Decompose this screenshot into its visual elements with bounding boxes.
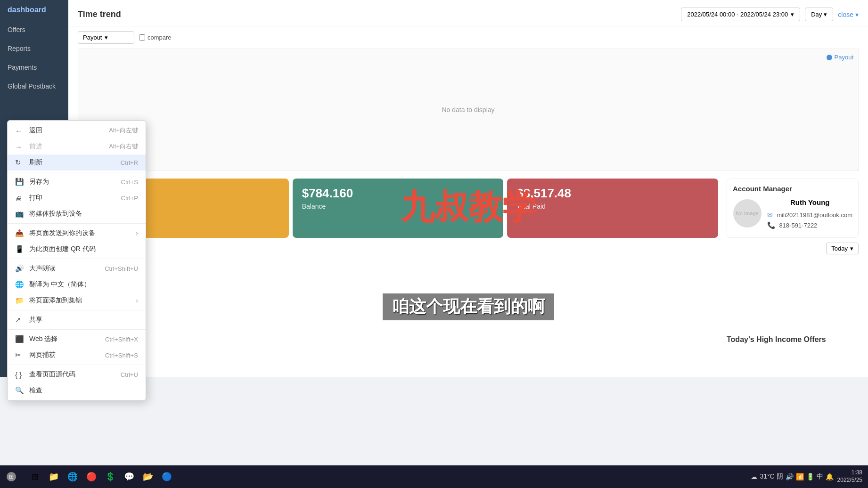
payout-legend-label: Payout (835, 54, 853, 61)
context-menu-item-translate[interactable]: 🌐翻译为 中文（简体） (8, 277, 146, 293)
context-menu-item-webselect[interactable]: ⬛Web 选择Ctrl+Shift+X (8, 331, 146, 347)
saveas-shortcut: Ctrl+S (121, 179, 138, 186)
sendpage-arrow: › (136, 229, 138, 237)
sidebar-item-offers[interactable]: Offers (0, 20, 68, 39)
taskbar-app-2[interactable]: 🌐 (64, 468, 81, 485)
close-label: close (838, 11, 853, 18)
refresh-icon: ↻ (15, 158, 25, 167)
sidebar-item-payments[interactable]: Payments (0, 58, 68, 77)
stat-balance-value: $784.160 (302, 186, 494, 201)
context-menu-item-share[interactable]: ↗共享 (8, 312, 146, 328)
granularity-selector[interactable]: Day (805, 8, 833, 21)
time-trend-header: Time trend 2022/05/24 00:00 - 2022/05/24… (68, 0, 868, 26)
promo-header: on Stastics Today (78, 243, 859, 254)
sendpage-icon: 📤 (15, 229, 25, 237)
stat-card-balance: $784.160 Balance (293, 179, 504, 238)
print-shortcut: Ctrl+P (121, 195, 138, 202)
taskbar-app-5[interactable]: 💬 (121, 468, 138, 485)
saveas-label: 另存为 (29, 178, 112, 186)
taskbar-app-4[interactable]: 💲 (102, 468, 119, 485)
offers-title: Today's High Income Offers (727, 335, 859, 344)
viewsource-label: 查看页面源代码 (29, 370, 111, 379)
close-button[interactable]: close ▾ (838, 11, 859, 18)
compare-checkbox[interactable] (139, 34, 145, 41)
no-data-text: No data to display (442, 106, 494, 114)
metric-value: Payout (83, 34, 102, 41)
context-menu-item-back[interactable]: ←返回Alt+向左键 (8, 122, 146, 138)
context-menu-separator (8, 310, 146, 310)
metric-dropdown[interactable]: Payout (78, 31, 134, 44)
forward-label: 前进 (29, 142, 99, 151)
sidebar-item-global-postback[interactable]: Global Postback (0, 77, 68, 96)
taskbar-app-1[interactable]: 📁 (45, 468, 62, 485)
share-icon: ↗ (15, 316, 25, 324)
back-label: 返回 (29, 126, 99, 135)
taskbar-app-3[interactable]: 🔴 (83, 468, 100, 485)
promo-section: on Stastics Today (78, 243, 859, 254)
context-menu-item-readaloud[interactable]: 🔊大声朗读Ctrl+Shift+U (8, 260, 146, 277)
account-manager-phone: 📞 818-591-7222 (767, 221, 852, 229)
context-menu-item-inspect[interactable]: 🔍检查 (8, 382, 146, 399)
stats-row: $0.000 Today $784.160 Balance $8,517.48 … (78, 179, 859, 238)
metric-chevron (105, 34, 108, 41)
taskbar-app-7[interactable]: 🔵 (158, 468, 175, 485)
context-menu-item-qrcode[interactable]: 📱为此页面创建 QR 代码 (8, 241, 146, 257)
context-menu: ←返回Alt+向左键→前进Alt+向右键↻刷新Ctrl+R💾另存为Ctrl+S🖨… (7, 120, 146, 401)
email-icon: ✉ (767, 211, 773, 219)
context-menu-item-sendpage[interactable]: 📤将页面发送到你的设备› (8, 225, 146, 241)
date-range-chevron (791, 11, 794, 18)
context-menu-item-refresh[interactable]: ↻刷新Ctrl+R (8, 155, 146, 171)
context-menu-item-forward: →前进Alt+向右键 (8, 138, 146, 155)
taskbar-system-icons: ☁ 31°C 阴 🔊 📶 🔋 中 🔔 (751, 472, 833, 481)
account-manager-panel: Account Manager No Image Ruth Young ✉ mi… (727, 179, 859, 238)
webselect-icon: ⬛ (15, 335, 25, 343)
back-shortcut: Alt+向左键 (109, 126, 138, 135)
webcapture-icon: ✂ (15, 351, 25, 359)
main-content: Time trend 2022/05/24 00:00 - 2022/05/24… (68, 0, 868, 377)
context-menu-item-webcapture[interactable]: ✂网页捕获Ctrl+Shift+S (8, 347, 146, 363)
context-menu-item-print[interactable]: 🖨打印Ctrl+P (8, 190, 146, 206)
viewsource-icon: { } (15, 371, 25, 379)
context-menu-separator (8, 259, 146, 259)
context-menu-item-saveas[interactable]: 💾另存为Ctrl+S (8, 174, 146, 190)
date-range-value: 2022/05/24 00:00 - 2022/05/24 23:00 (687, 11, 788, 18)
context-menu-item-viewsource[interactable]: { }查看页面源代码Ctrl+U (8, 366, 146, 382)
taskbar-app-0[interactable]: ⊞ (26, 468, 43, 485)
translate-label: 翻译为 中文（简体） (29, 280, 138, 289)
context-menu-item-cast[interactable]: 📺将媒体投放到设备 (8, 206, 146, 222)
granularity-chevron (824, 11, 827, 18)
weather-icon: ☁ (751, 473, 757, 480)
taskbar-app-6[interactable]: 📂 (139, 468, 156, 485)
qrcode-label: 为此页面创建 QR 代码 (29, 245, 138, 253)
header-controls: 2022/05/24 00:00 - 2022/05/24 23:00 Day … (681, 8, 859, 21)
stat-totalpaid-label: Total Paid (516, 203, 709, 210)
promo-period-dropdown[interactable]: Today (826, 243, 859, 254)
compare-checkbox-label[interactable]: compare (139, 34, 172, 41)
cast-label: 将媒体投放到设备 (29, 210, 138, 218)
inspect-icon: 🔍 (15, 386, 25, 395)
promo-period-value: Today (831, 245, 848, 252)
time-display: 1:38 (837, 469, 862, 477)
context-menu-item-addtocollection[interactable]: 📁将页面添加到集锦› (8, 293, 146, 309)
email-value: mili20211981@outlook.com (777, 211, 852, 219)
refresh-shortcut: Ctrl+R (121, 159, 138, 166)
taskbar-time: 1:38 2022/5/25 (837, 469, 862, 484)
close-icon: ▾ (855, 11, 859, 18)
date-range-selector[interactable]: 2022/05/24 00:00 - 2022/05/24 23:00 (681, 8, 800, 21)
forward-shortcut: Alt+向右键 (109, 142, 138, 151)
account-manager-title: Account Manager (733, 185, 852, 193)
notification-icon: 🔔 (826, 473, 834, 480)
webcapture-shortcut: Ctrl+Shift+S (105, 352, 138, 359)
stat-totalpaid-value: $8,517.48 (516, 186, 709, 201)
time-trend-title: Time trend (78, 9, 121, 19)
taskbar-apps: ⊞📁🌐🔴💲💬📂🔵 (23, 468, 179, 485)
date-display: 2022/5/25 (837, 477, 862, 484)
print-icon: 🖨 (15, 194, 25, 202)
promo-period-chevron (850, 245, 853, 252)
sidebar-item-reports[interactable]: Reports (0, 39, 68, 58)
qrcode-icon: 📱 (15, 245, 25, 253)
readaloud-shortcut: Ctrl+Shift+U (105, 265, 138, 272)
addtocollection-label: 将页面添加到集锦 (29, 296, 132, 305)
taskbar-start-button[interactable]: ⊞ (0, 465, 23, 488)
network-icon: 📶 (796, 473, 804, 480)
